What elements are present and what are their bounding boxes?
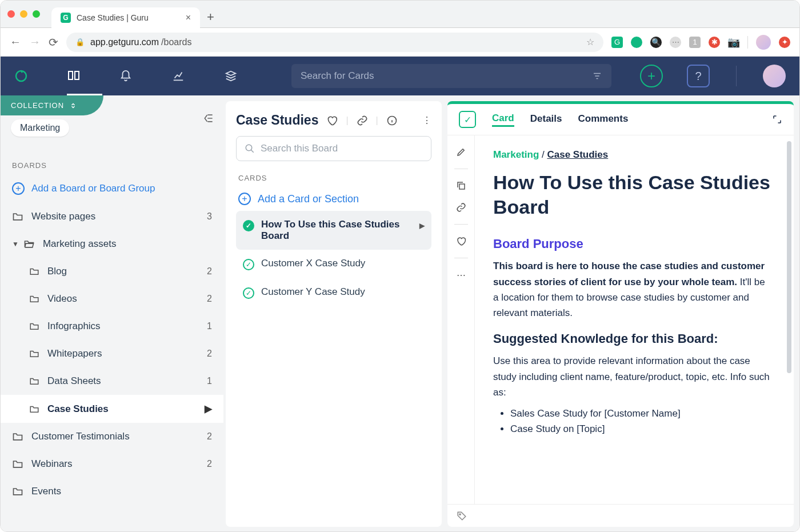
collection-chip[interactable]: Marketing [11,119,69,137]
card-item-selected[interactable]: ✓ How To Use this Case Studies Board ▶ [236,211,431,250]
sidebar-item-videos[interactable]: Videos2 [1,285,223,313]
nav-stack-icon[interactable] [225,70,260,82]
sidebar-item-events[interactable]: Events [1,478,223,505]
check-circle-icon: ✓ [243,220,254,231]
ext-shield-icon[interactable]: ✦ [779,37,790,48]
scrollbar[interactable] [787,141,791,498]
collapse-sidebar-icon[interactable] [203,113,214,124]
add-button[interactable]: + [640,65,663,87]
user-avatar[interactable] [763,65,786,87]
plus-circle-icon: + [238,193,251,205]
back-button[interactable]: ← [10,35,21,49]
card-tab-bar: ✓ Card Details Comments [447,104,794,135]
nav-library-icon[interactable] [67,69,102,95]
ext-search-icon[interactable]: 🔍 [650,37,662,48]
label: Data Sheets [47,375,101,387]
close-tab-icon[interactable]: × [186,13,191,23]
add-card-button[interactable]: + Add a Card or Section [236,187,431,211]
link-icon[interactable] [357,115,368,126]
card-item[interactable]: ✓ Customer X Case Study [236,250,431,278]
folder-icon [29,266,39,277]
app-header: Search for Cards + ? [1,57,799,95]
profile-avatar[interactable] [756,35,771,50]
collection-header[interactable]: COLLECTION [1,95,103,115]
tab-card[interactable]: Card [492,113,514,127]
address-bar[interactable]: 🔒 app.getguru.com/boards ☆ [66,33,603,52]
plus-circle-icon: + [12,182,25,195]
card-content: Marketing / Case Studies How To Use this… [475,135,794,504]
help-button[interactable]: ? [687,65,710,87]
crumb-collection[interactable]: Marketing [493,149,539,160]
sidebar-item-website-pages[interactable]: Website pages 3 [1,203,223,230]
tab-comments[interactable]: Comments [578,113,628,126]
forward-button[interactable]: → [29,35,41,49]
chevron-right-icon: ▶ [419,222,425,230]
search-input[interactable]: Search for Cards [291,64,611,88]
verify-checkbox[interactable]: ✓ [459,111,476,128]
window-controls [7,10,40,18]
sidebar-item-marketing-assets[interactable]: ▼ Marketing assets [1,230,223,258]
ext-dots-icon[interactable]: ⋯ [670,37,681,48]
sidebar-item-webinars[interactable]: Webinars2 [1,450,223,478]
tag-bar[interactable] [447,504,794,527]
copy-icon[interactable] [456,181,466,191]
crumb-board[interactable]: Case Studies [547,149,608,160]
board-search-input[interactable]: Search this Board [236,136,431,161]
add-board-button[interactable]: + Add a Board or Board Group [1,174,223,203]
collection-label: COLLECTION [11,101,64,110]
url-host: app.getguru.com [90,37,159,47]
folder-icon [29,349,39,359]
sidebar-item-case-studies[interactable]: Case Studies▶ [1,395,223,423]
ext-guru-icon[interactable]: G [611,37,623,48]
edit-icon[interactable] [456,147,466,157]
tab-details[interactable]: Details [530,113,562,126]
count: 2 [207,431,212,442]
ext-green-icon[interactable] [631,37,642,48]
nav-analytics-icon[interactable] [172,70,207,82]
label: Videos [47,293,77,305]
sidebar-item-whitepapers[interactable]: Whitepapers2 [1,340,223,367]
card-item[interactable]: ✓ Customer Y Case Study [236,278,431,307]
browser-toolbar: ← → ⟳ 🔒 app.getguru.com/boards ☆ G 🔍 ⋯ 1… [1,28,799,57]
browser-tab[interactable]: G Case Studies | Guru × [51,7,200,28]
new-tab-button[interactable]: + [207,10,214,25]
minimize-window-button[interactable] [20,10,27,18]
sidebar-item-data-sheets[interactable]: Data Sheets1 [1,367,223,395]
bullet-item: Case Study on [Topic] [510,421,771,437]
sidebar-item-testimonials[interactable]: Customer Testimonials2 [1,423,223,450]
maximize-window-button[interactable] [33,10,40,18]
close-window-button[interactable] [7,10,15,18]
more-icon[interactable]: ⋮ [422,115,431,126]
label: Website pages [31,211,95,222]
card-title: How To Use this Case Studies Board [493,170,771,219]
count: 2 [207,459,212,469]
suggested-body: Use this area to provide relevant inform… [493,353,771,400]
heart-icon[interactable] [326,115,338,126]
heart-icon[interactable] [456,236,466,246]
card-tool-column: ⋯ [447,135,475,504]
count: 1 [207,321,212,331]
ext-camera-icon[interactable]: 📷 [728,37,739,48]
expand-icon[interactable] [772,114,782,125]
ext-red-icon[interactable]: ✱ [709,37,720,48]
sidebar-item-blog[interactable]: Blog2 [1,258,223,285]
star-icon[interactable]: ☆ [586,37,594,47]
bullet-list: Sales Case Study for [Customer Name] Cas… [510,406,771,437]
ext-gray-icon[interactable]: 1 [689,37,701,48]
info-icon[interactable] [386,115,398,126]
divider [736,66,737,86]
link-icon[interactable] [456,202,466,213]
sidebar-item-infographics[interactable]: Infographics1 [1,313,223,340]
reload-button[interactable]: ⟳ [49,35,58,49]
search-icon [245,143,255,154]
nav-notifications-icon[interactable] [119,70,155,82]
label: Infographics [47,321,101,332]
tag-icon [457,511,467,521]
label: Marketing assets [43,238,117,250]
count: 2 [207,294,212,304]
folder-icon [29,321,39,331]
more-icon[interactable]: ⋯ [457,270,466,281]
folder-icon [12,486,23,497]
logo-icon[interactable] [14,69,50,83]
filter-icon[interactable] [592,71,602,81]
